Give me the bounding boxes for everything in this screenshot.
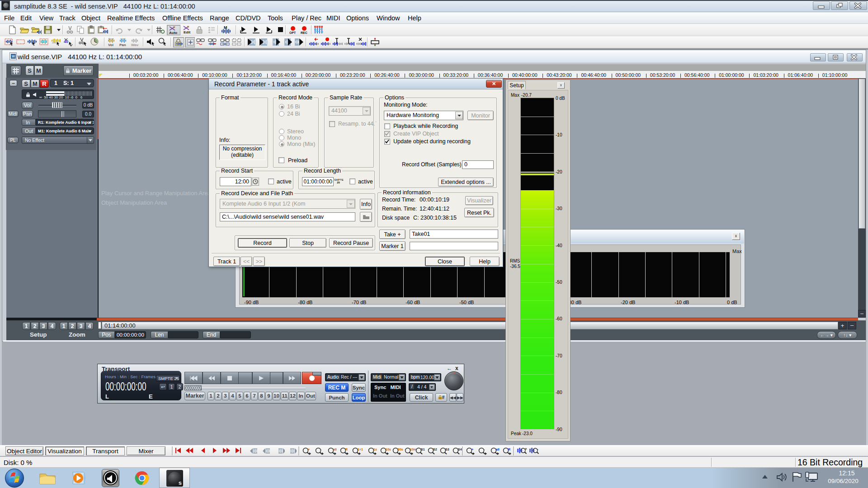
svg-text:S3: S3 — [445, 448, 449, 451]
svg-text:-: - — [484, 448, 485, 451]
svg-text:all: all — [496, 448, 500, 451]
svg-text:S1: S1 — [421, 448, 425, 451]
svg-text:Auto: Auto — [169, 31, 177, 35]
svg-text:all: all — [333, 448, 337, 451]
svg-text:1s: 1s — [373, 448, 377, 451]
svg-text:60s: 60s — [398, 448, 403, 451]
svg-text:S2: S2 — [433, 448, 437, 451]
svg-text:Pan: Pan — [119, 43, 126, 47]
svg-text:+: + — [525, 447, 527, 451]
svg-text:M: M — [224, 25, 227, 30]
svg-text:Wav: Wav — [131, 43, 139, 47]
svg-text:10s: 10s — [386, 448, 391, 451]
svg-text:R: R — [345, 448, 348, 451]
svg-text:S4: S4 — [458, 448, 462, 451]
svg-text:+: + — [472, 448, 473, 451]
svg-text:Edit: Edit — [184, 30, 190, 34]
svg-text:1=1: 1=1 — [358, 448, 363, 451]
svg-text:+: + — [308, 448, 310, 451]
svg-text:REC: REC — [301, 31, 307, 34]
svg-text:Vol: Vol — [108, 43, 113, 47]
svg-text:-: - — [537, 447, 538, 451]
svg-text:OPT: OPT — [289, 31, 296, 34]
svg-text:R: R — [508, 448, 510, 451]
svg-text:-: - — [321, 448, 322, 451]
